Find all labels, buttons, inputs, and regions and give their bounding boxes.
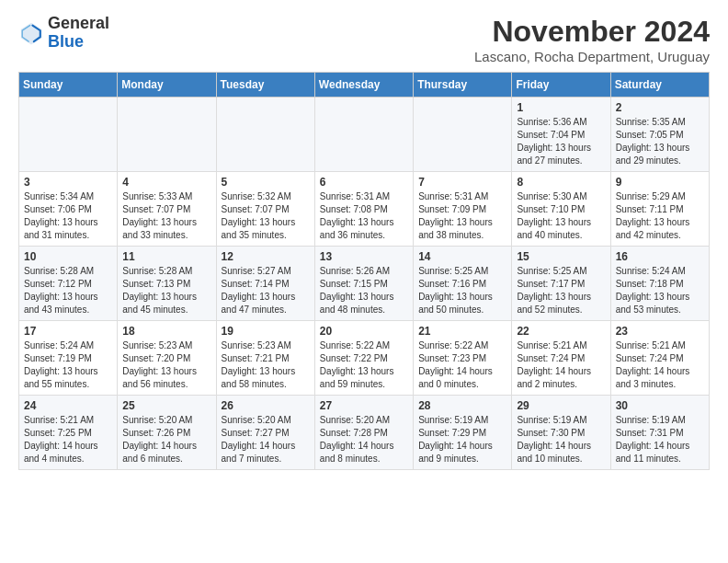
day-info: Sunrise: 5:31 AM Sunset: 7:08 PM Dayligh… bbox=[320, 190, 408, 242]
day-info: Sunrise: 5:19 AM Sunset: 7:31 PM Dayligh… bbox=[616, 414, 704, 465]
calendar-cell: 9Sunrise: 5:29 AM Sunset: 7:11 PM Daylig… bbox=[610, 172, 709, 247]
svg-marker-0 bbox=[21, 23, 41, 45]
day-number: 10 bbox=[24, 250, 112, 263]
weekday-header-monday: Monday bbox=[118, 73, 216, 98]
calendar-cell: 25Sunrise: 5:20 AM Sunset: 7:26 PM Dayli… bbox=[118, 396, 216, 470]
day-number: 19 bbox=[222, 325, 310, 338]
day-info: Sunrise: 5:19 AM Sunset: 7:29 PM Dayligh… bbox=[418, 414, 506, 465]
day-number: 30 bbox=[616, 399, 704, 412]
calendar-cell: 27Sunrise: 5:20 AM Sunset: 7:28 PM Dayli… bbox=[314, 396, 413, 470]
day-number: 20 bbox=[320, 325, 408, 338]
calendar-cell bbox=[314, 98, 413, 172]
calendar-cell: 14Sunrise: 5:25 AM Sunset: 7:16 PM Dayli… bbox=[414, 247, 512, 321]
calendar-cell: 19Sunrise: 5:23 AM Sunset: 7:21 PM Dayli… bbox=[216, 321, 314, 396]
calendar-cell: 7Sunrise: 5:31 AM Sunset: 7:09 PM Daylig… bbox=[414, 172, 512, 247]
day-info: Sunrise: 5:33 AM Sunset: 7:07 PM Dayligh… bbox=[122, 190, 210, 242]
day-info: Sunrise: 5:23 AM Sunset: 7:20 PM Dayligh… bbox=[122, 339, 210, 391]
logo-blue: Blue bbox=[48, 33, 109, 52]
day-info: Sunrise: 5:19 AM Sunset: 7:30 PM Dayligh… bbox=[517, 414, 605, 465]
day-info: Sunrise: 5:29 AM Sunset: 7:11 PM Dayligh… bbox=[616, 190, 704, 242]
calendar-cell: 6Sunrise: 5:31 AM Sunset: 7:08 PM Daylig… bbox=[314, 172, 413, 247]
day-number: 8 bbox=[517, 176, 605, 189]
location-title: Lascano, Rocha Department, Uruguay bbox=[474, 49, 710, 64]
calendar-week-row: 10Sunrise: 5:28 AM Sunset: 7:12 PM Dayli… bbox=[19, 247, 710, 321]
calendar-week-row: 1Sunrise: 5:36 AM Sunset: 7:04 PM Daylig… bbox=[19, 98, 710, 172]
day-info: Sunrise: 5:20 AM Sunset: 7:27 PM Dayligh… bbox=[222, 414, 310, 465]
day-number: 14 bbox=[418, 250, 506, 263]
day-info: Sunrise: 5:20 AM Sunset: 7:26 PM Dayligh… bbox=[122, 414, 210, 465]
day-info: Sunrise: 5:22 AM Sunset: 7:22 PM Dayligh… bbox=[320, 339, 408, 391]
weekday-header-sunday: Sunday bbox=[19, 73, 118, 98]
day-info: Sunrise: 5:24 AM Sunset: 7:19 PM Dayligh… bbox=[24, 339, 112, 391]
day-number: 28 bbox=[418, 399, 506, 412]
calendar-cell: 18Sunrise: 5:23 AM Sunset: 7:20 PM Dayli… bbox=[118, 321, 216, 396]
day-info: Sunrise: 5:26 AM Sunset: 7:15 PM Dayligh… bbox=[320, 265, 408, 316]
day-info: Sunrise: 5:21 AM Sunset: 7:25 PM Dayligh… bbox=[24, 414, 112, 465]
calendar-cell: 5Sunrise: 5:32 AM Sunset: 7:07 PM Daylig… bbox=[216, 172, 314, 247]
calendar-cell: 29Sunrise: 5:19 AM Sunset: 7:30 PM Dayli… bbox=[512, 396, 610, 470]
day-number: 2 bbox=[616, 101, 704, 114]
day-info: Sunrise: 5:36 AM Sunset: 7:04 PM Dayligh… bbox=[517, 116, 605, 167]
day-number: 22 bbox=[517, 325, 605, 338]
calendar-cell: 23Sunrise: 5:21 AM Sunset: 7:24 PM Dayli… bbox=[610, 321, 709, 396]
day-info: Sunrise: 5:30 AM Sunset: 7:10 PM Dayligh… bbox=[517, 190, 605, 242]
calendar-week-row: 3Sunrise: 5:34 AM Sunset: 7:06 PM Daylig… bbox=[19, 172, 710, 247]
calendar-cell: 8Sunrise: 5:30 AM Sunset: 7:10 PM Daylig… bbox=[512, 172, 610, 247]
calendar-cell bbox=[414, 98, 512, 172]
month-title: November 2024 bbox=[474, 15, 710, 49]
day-number: 13 bbox=[320, 250, 408, 263]
calendar-cell: 4Sunrise: 5:33 AM Sunset: 7:07 PM Daylig… bbox=[118, 172, 216, 247]
logo-icon bbox=[18, 20, 44, 46]
calendar-cell bbox=[19, 98, 118, 172]
weekday-header-row: SundayMondayTuesdayWednesdayThursdayFrid… bbox=[19, 73, 710, 98]
calendar-cell: 12Sunrise: 5:27 AM Sunset: 7:14 PM Dayli… bbox=[216, 247, 314, 321]
calendar-table: SundayMondayTuesdayWednesdayThursdayFrid… bbox=[18, 72, 710, 470]
day-info: Sunrise: 5:21 AM Sunset: 7:24 PM Dayligh… bbox=[616, 339, 704, 391]
calendar-cell: 13Sunrise: 5:26 AM Sunset: 7:15 PM Dayli… bbox=[314, 247, 413, 321]
day-number: 17 bbox=[24, 325, 112, 338]
weekday-header-wednesday: Wednesday bbox=[314, 73, 413, 98]
calendar-cell: 26Sunrise: 5:20 AM Sunset: 7:27 PM Dayli… bbox=[216, 396, 314, 470]
day-number: 6 bbox=[320, 176, 408, 189]
calendar-cell: 1Sunrise: 5:36 AM Sunset: 7:04 PM Daylig… bbox=[512, 98, 610, 172]
day-info: Sunrise: 5:25 AM Sunset: 7:17 PM Dayligh… bbox=[517, 265, 605, 316]
calendar-cell: 2Sunrise: 5:35 AM Sunset: 7:05 PM Daylig… bbox=[610, 98, 709, 172]
day-number: 25 bbox=[122, 399, 210, 412]
day-number: 26 bbox=[222, 399, 310, 412]
calendar-cell bbox=[118, 98, 216, 172]
calendar-cell: 17Sunrise: 5:24 AM Sunset: 7:19 PM Dayli… bbox=[19, 321, 118, 396]
day-info: Sunrise: 5:28 AM Sunset: 7:12 PM Dayligh… bbox=[24, 265, 112, 316]
day-info: Sunrise: 5:34 AM Sunset: 7:06 PM Dayligh… bbox=[24, 190, 112, 242]
calendar-cell: 30Sunrise: 5:19 AM Sunset: 7:31 PM Dayli… bbox=[610, 396, 709, 470]
calendar-cell: 15Sunrise: 5:25 AM Sunset: 7:17 PM Dayli… bbox=[512, 247, 610, 321]
day-number: 7 bbox=[418, 176, 506, 189]
day-number: 23 bbox=[616, 325, 704, 338]
calendar-cell bbox=[216, 98, 314, 172]
day-info: Sunrise: 5:20 AM Sunset: 7:28 PM Dayligh… bbox=[320, 414, 408, 465]
calendar-cell: 16Sunrise: 5:24 AM Sunset: 7:18 PM Dayli… bbox=[610, 247, 709, 321]
day-number: 27 bbox=[320, 399, 408, 412]
day-number: 18 bbox=[122, 325, 210, 338]
calendar-cell: 3Sunrise: 5:34 AM Sunset: 7:06 PM Daylig… bbox=[19, 172, 118, 247]
day-info: Sunrise: 5:32 AM Sunset: 7:07 PM Dayligh… bbox=[222, 190, 310, 242]
calendar-cell: 21Sunrise: 5:22 AM Sunset: 7:23 PM Dayli… bbox=[414, 321, 512, 396]
weekday-header-friday: Friday bbox=[512, 73, 610, 98]
day-info: Sunrise: 5:24 AM Sunset: 7:18 PM Dayligh… bbox=[616, 265, 704, 316]
logo: General Blue bbox=[18, 15, 109, 52]
day-number: 15 bbox=[517, 250, 605, 263]
calendar-week-row: 17Sunrise: 5:24 AM Sunset: 7:19 PM Dayli… bbox=[19, 321, 710, 396]
calendar-cell: 10Sunrise: 5:28 AM Sunset: 7:12 PM Dayli… bbox=[19, 247, 118, 321]
calendar-cell: 20Sunrise: 5:22 AM Sunset: 7:22 PM Dayli… bbox=[314, 321, 413, 396]
day-number: 9 bbox=[616, 176, 704, 189]
day-info: Sunrise: 5:21 AM Sunset: 7:24 PM Dayligh… bbox=[517, 339, 605, 391]
calendar-cell: 28Sunrise: 5:19 AM Sunset: 7:29 PM Dayli… bbox=[414, 396, 512, 470]
day-info: Sunrise: 5:23 AM Sunset: 7:21 PM Dayligh… bbox=[222, 339, 310, 391]
day-number: 29 bbox=[517, 399, 605, 412]
day-number: 21 bbox=[418, 325, 506, 338]
day-number: 3 bbox=[24, 176, 112, 189]
page-header: General Blue November 2024 Lascano, Roch… bbox=[18, 15, 710, 64]
day-info: Sunrise: 5:22 AM Sunset: 7:23 PM Dayligh… bbox=[418, 339, 506, 391]
weekday-header-saturday: Saturday bbox=[610, 73, 709, 98]
day-number: 4 bbox=[122, 176, 210, 189]
day-number: 16 bbox=[616, 250, 704, 263]
